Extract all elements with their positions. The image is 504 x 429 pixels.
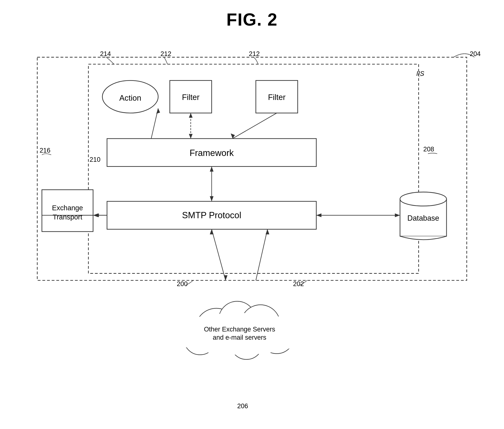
- arrows-svg: 204 214 212 212 216 210 208 200 202 206 …: [15, 39, 489, 414]
- svg-line-41: [233, 113, 277, 139]
- svg-point-32: [259, 319, 294, 353]
- svg-text:Filter: Filter: [182, 93, 199, 102]
- svg-rect-0: [37, 57, 467, 280]
- svg-text:Database: Database: [407, 214, 439, 222]
- svg-rect-15: [170, 80, 212, 113]
- svg-text:Framework: Framework: [189, 148, 234, 158]
- svg-text:216: 216: [40, 147, 50, 154]
- svg-text:Action: Action: [119, 93, 141, 102]
- svg-text:and e-mail servers: and e-mail servers: [213, 334, 266, 341]
- svg-line-55: [212, 229, 225, 280]
- svg-marker-40: [189, 113, 192, 117]
- svg-marker-53: [316, 214, 321, 217]
- svg-marker-54: [395, 214, 400, 217]
- svg-text:212: 212: [249, 50, 260, 57]
- svg-text:210: 210: [90, 156, 100, 163]
- svg-text:Transport: Transport: [53, 213, 82, 221]
- svg-marker-59: [266, 229, 269, 234]
- svg-text:Other Exchange Servers: Other Exchange Servers: [204, 326, 275, 333]
- svg-text:IIS: IIS: [416, 70, 424, 77]
- svg-text:214: 214: [100, 50, 111, 57]
- svg-marker-44: [156, 108, 160, 114]
- svg-rect-21: [107, 201, 316, 229]
- svg-text:208: 208: [423, 146, 434, 153]
- svg-text:SMTP Protocol: SMTP Protocol: [182, 210, 241, 220]
- svg-marker-49: [93, 214, 98, 217]
- svg-rect-26: [400, 199, 447, 236]
- svg-point-33: [184, 322, 216, 355]
- svg-point-31: [241, 305, 280, 345]
- svg-point-27: [400, 192, 447, 206]
- svg-marker-47: [210, 196, 214, 201]
- svg-marker-56: [210, 229, 214, 234]
- diagram-container: 204 214 212 212 216 210 208 200 202 206 …: [15, 39, 489, 414]
- svg-marker-61: [94, 214, 99, 217]
- svg-line-43: [151, 108, 158, 139]
- svg-point-13: [102, 80, 158, 113]
- page-title: FIG. 2: [0, 0, 504, 29]
- svg-point-34: [230, 327, 263, 359]
- svg-rect-19: [107, 139, 316, 167]
- svg-text:200: 200: [177, 280, 188, 287]
- svg-point-30: [218, 301, 256, 339]
- svg-rect-1: [88, 64, 419, 274]
- svg-text:202: 202: [293, 280, 304, 287]
- svg-marker-39: [189, 134, 192, 139]
- svg-marker-42: [231, 134, 235, 139]
- svg-rect-23: [42, 190, 93, 232]
- svg-text:206: 206: [237, 402, 248, 410]
- svg-point-29: [195, 308, 237, 350]
- svg-text:Filter: Filter: [268, 93, 286, 102]
- svg-text:Exchange: Exchange: [52, 204, 83, 212]
- svg-marker-57: [224, 275, 227, 280]
- svg-point-35: [170, 313, 309, 355]
- svg-text:212: 212: [161, 50, 171, 57]
- svg-rect-17: [256, 80, 297, 113]
- svg-text:204: 204: [470, 50, 481, 57]
- svg-line-58: [256, 229, 267, 280]
- svg-marker-46: [210, 167, 214, 172]
